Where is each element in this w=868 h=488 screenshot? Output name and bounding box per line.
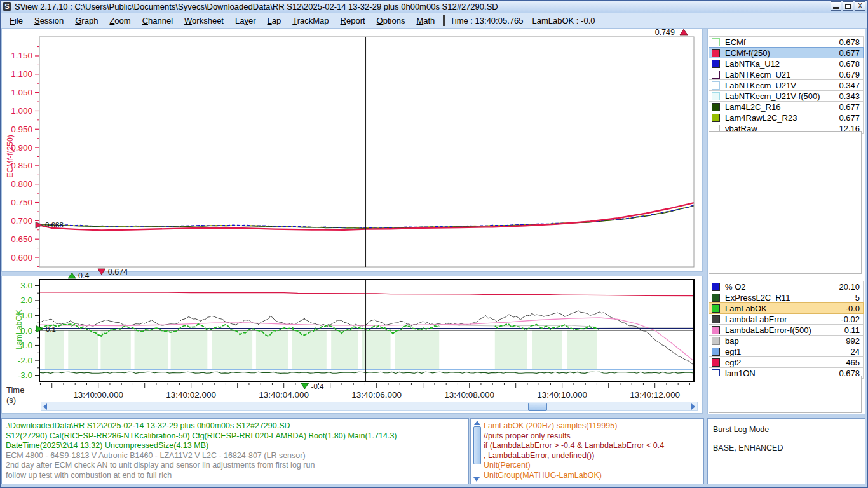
channel-top-row-1[interactable]: ECMf-f(250)0.677 [709, 47, 864, 58]
channel-top-row-4[interactable]: LabNTKecm_U21V0.347 [709, 79, 864, 91]
channel-list-top-empty-area [709, 131, 862, 274]
channel-name: LambdaLabError-f(500) [725, 325, 844, 335]
channel-bottom-row-6[interactable]: egt124 [709, 346, 864, 357]
channel-value: 0.347 [839, 81, 860, 90]
channel-value: 0.11 [844, 325, 860, 335]
burst-log-modes: BASE, ENHANCED [713, 444, 860, 454]
math-code-line-0: LamLabOK (200Hz) samples(119995) [484, 421, 701, 431]
channel-color-swatch [712, 326, 720, 334]
channel-bottom-row-5[interactable]: bap992 [709, 335, 864, 346]
bottom-chart-y-axis-label: LamLabOK [15, 309, 24, 349]
channel-color-swatch [712, 315, 720, 323]
channel-name: LabNTKa_U12 [725, 59, 839, 69]
scroll-up-icon[interactable] [474, 421, 480, 425]
menu-worksheet[interactable]: Worksheet [179, 15, 229, 27]
session-info-line-3: ECM 4800 - 64S9-1813 V Autronic B1460 - … [6, 451, 465, 461]
channel-name: ECMf-f(250) [725, 48, 839, 58]
channel-color-swatch [712, 348, 720, 356]
app-icon: S [3, 2, 11, 11]
channel-name: egt1 [725, 347, 851, 356]
channel-name: LambdaLabError [725, 315, 841, 324]
cursor-time-status: Time : 13:40:05.765 [450, 16, 523, 25]
channel-name: bap [725, 336, 846, 346]
channel-value: 0.677 [839, 48, 860, 58]
top-chart-panel[interactable] [1, 29, 703, 272]
channel-value: 0.678 [839, 59, 860, 69]
menu-channel[interactable]: Channel [137, 15, 179, 27]
channel-value: 0.677 [839, 113, 860, 123]
session-info-line-1: S12(27290) Cal(RICESP-RR286-NTKcalibrati… [6, 431, 465, 442]
channel-color-swatch [712, 38, 720, 46]
close-button[interactable]: X [855, 1, 865, 11]
channel-top-row-6[interactable]: Lam4L2C_R160.677 [709, 101, 864, 112]
channel-bottom-row-7[interactable]: egt2465 [709, 356, 864, 368]
menu-options[interactable]: Options [371, 15, 411, 27]
channel-bottom-row-2[interactable]: LamLabOK-0.0 [709, 302, 864, 314]
top-chart-y-axis-label: ECMf-f(250) [6, 135, 15, 178]
scroll-right-icon[interactable] [691, 403, 695, 410]
scroll-left-icon[interactable] [43, 403, 47, 410]
channel-top-row-2[interactable]: LabNTKa_U120.678 [709, 58, 864, 69]
minimize-button[interactable] [831, 1, 841, 11]
channel-value: 992 [846, 336, 860, 346]
menu-session[interactable]: Session [29, 15, 69, 27]
channel-top-row-3[interactable]: LabNTKecm_U210.679 [709, 69, 864, 80]
math-code-line-1: //puts proper only results [484, 431, 701, 442]
channel-bottom-row-3[interactable]: LambdaLabError-0.02 [709, 313, 864, 325]
channel-panel: ECMf0.678ECMf-f(250)0.677LabNTKa_U120.67… [707, 29, 865, 414]
menu-bar: FileSessionGraphZoomChannelWorksheetLaye… [0, 13, 868, 29]
channel-color-swatch [712, 103, 720, 111]
time-axis-label: Time [6, 385, 24, 395]
menu-zoom[interactable]: Zoom [104, 15, 136, 27]
scrollbar-thumb[interactable] [528, 403, 547, 411]
title-bar: S SView 2.17.10 : C:\Users\Public\Docume… [0, 0, 868, 13]
scroll-down-icon[interactable] [473, 477, 480, 482]
channel-value: 5 [855, 293, 860, 302]
restore-button[interactable] [843, 1, 853, 11]
menu-status-separator [443, 15, 445, 26]
channel-name: ECMf [725, 37, 839, 47]
channel-bottom-row-4[interactable]: LambdaLabError-f(500)0.11 [709, 324, 864, 336]
channel-list-bottom-empty-area [709, 376, 862, 413]
channel-bottom-row-0[interactable]: % O220.10 [709, 281, 864, 292]
minimize-icon [833, 7, 839, 9]
math-code-line-2: if (LambdaLabError > -0.4 & LambdaLabErr… [484, 441, 701, 451]
channel-name: ExPressL2C_R11 [725, 293, 855, 302]
channel-value: 0.677 [839, 102, 860, 112]
channel-list-bottom: % O220.10ExPressL2C_R115LamLabOK-0.0Lamb… [709, 281, 864, 379]
channel-color-swatch [712, 49, 720, 57]
channel-value: -0.02 [841, 315, 860, 324]
channel-bottom-row-1[interactable]: ExPressL2C_R115 [709, 292, 864, 303]
channel-color-swatch [712, 60, 720, 68]
channel-color-swatch [712, 294, 720, 302]
channel-color-swatch [712, 304, 720, 313]
channel-top-row-0[interactable]: ECMf0.678 [709, 36, 864, 48]
time-scrollbar[interactable] [41, 402, 698, 411]
menu-trackmap[interactable]: TrackMap [287, 15, 334, 27]
window-title: SView 2.17.10 : C:\Users\Public\Document… [15, 2, 498, 11]
channel-name: egt2 [725, 358, 846, 367]
channel-color-swatch [712, 337, 720, 345]
channel-color-swatch [712, 283, 720, 291]
menu-file[interactable]: File [4, 15, 29, 27]
math-code-line-4: Unit(Percent) [484, 461, 701, 471]
channel-color-swatch [712, 114, 720, 122]
menu-graph[interactable]: Graph [69, 15, 104, 27]
math-scrollbar-thumb[interactable] [473, 426, 481, 464]
restore-icon [845, 4, 851, 9]
channel-color-swatch [712, 71, 720, 79]
channel-value: 24 [851, 347, 860, 356]
channel-top-row-7[interactable]: Lam4RawL2C_R230.677 [709, 112, 864, 123]
math-scrollbar[interactable] [473, 421, 481, 482]
menu-layer[interactable]: Layer [229, 15, 262, 27]
channel-value: 0.679 [839, 70, 860, 79]
bottom-chart-panel[interactable] [1, 276, 703, 414]
channel-name: LamLabOK [725, 304, 846, 313]
menu-report[interactable]: Report [335, 15, 371, 27]
cursor-channel-status: LamLabOK : -0.0 [532, 16, 595, 25]
channel-name: LabNTKecm_U21 [725, 70, 839, 79]
menu-math[interactable]: Math [410, 15, 440, 27]
channel-color-swatch [712, 81, 720, 90]
channel-top-row-5[interactable]: LabNTKecm_U21V-f(500)0.343 [709, 90, 864, 102]
menu-lap[interactable]: Lap [262, 15, 287, 27]
